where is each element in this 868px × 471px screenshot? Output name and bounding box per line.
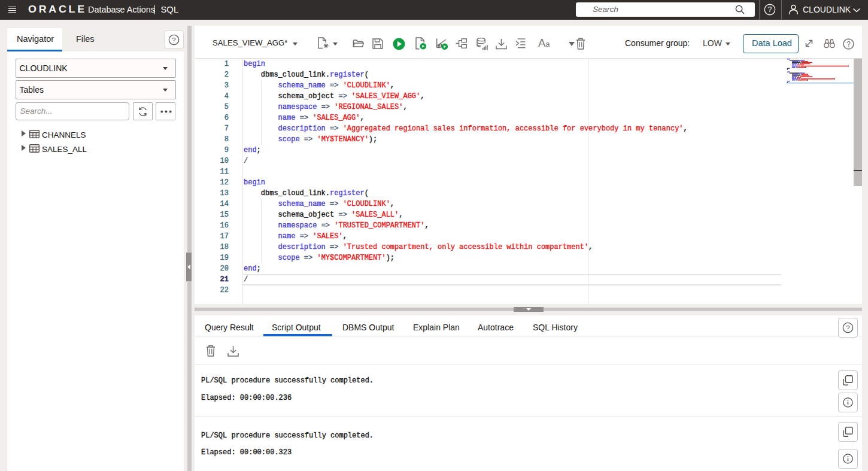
svg-text:?: ? [846,40,851,48]
svg-text:?: ? [768,5,772,14]
svg-text:?: ? [172,36,175,43]
svg-text:?: ? [846,324,849,331]
